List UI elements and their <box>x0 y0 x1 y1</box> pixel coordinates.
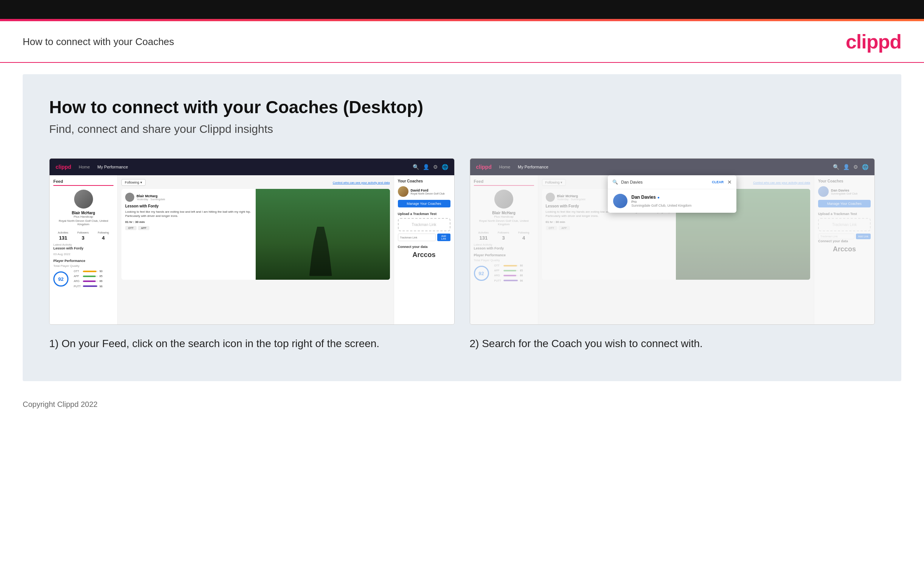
screenshot-2: clippd Home My Performance 🔍 👤 ⚙ 🌐 <box>470 158 875 325</box>
top-bar <box>0 0 924 19</box>
nav-logo: clippd <box>56 164 71 170</box>
coach-row: David Ford Royal North Devon Golf Club <box>398 186 450 197</box>
nav-logo-2: clippd <box>476 164 492 170</box>
trackman-section: Upload a Trackman Test Trackman Link Add… <box>398 212 450 241</box>
latest-activity-label: Latest Activity <box>53 243 113 247</box>
clear-button[interactable]: CLEAR <box>712 180 723 184</box>
search-bar: 🔍 Dan Davies CLEAR ✕ <box>608 175 736 189</box>
caption-1-text: 1) On your Feed, click on the search ico… <box>49 336 455 351</box>
result-role: Pro <box>631 200 691 204</box>
nav-icons: 🔍 👤 ⚙ 🌐 <box>413 164 448 170</box>
bar-ott: OTT 90 <box>74 269 102 273</box>
caption-2-text: 2) Search for the Coach you wish to conn… <box>470 336 875 351</box>
arccos-logo: Arccos <box>398 251 450 259</box>
trackman-input-row: Add Link <box>398 234 450 241</box>
result-club: Sunningdale Golf Club, United Kingdom <box>631 204 691 208</box>
page-title: How to connect with your Coaches <box>23 36 174 48</box>
nav-home-2: Home <box>499 165 510 169</box>
connect-data-title: Connect your data <box>398 245 450 249</box>
settings-icon-2: ⚙ <box>853 164 858 170</box>
nav-icons-2: 🔍 👤 ⚙ 🌐 <box>833 164 868 170</box>
app-nav-2: clippd Home My Performance 🔍 👤 ⚙ 🌐 <box>470 159 875 175</box>
profile-pic <box>74 190 93 209</box>
post-author-name: Blair McHarg <box>136 194 165 198</box>
control-link[interactable]: Control who can see your activity and da… <box>333 181 390 184</box>
bar-arg: ARG 86 <box>74 279 102 283</box>
post-body: Looking to feel like my hands are exitin… <box>125 210 252 218</box>
profile-stats: Activities 131 Followers 3 Following 4 <box>53 228 113 241</box>
coaches-title: Your Coaches <box>398 179 450 183</box>
post-duration: 01 hr : 30 min <box>125 220 252 224</box>
manage-coaches-btn[interactable]: Manage Your Coaches <box>398 200 450 208</box>
trackman-title: Upload a Trackman Test <box>398 212 450 216</box>
profile-name: Blair McHarg <box>53 211 113 215</box>
copyright-text: Copyright Clippd 2022 <box>23 400 97 408</box>
clippd-logo: clippd <box>846 30 901 53</box>
search-icon-2: 🔍 <box>833 164 839 170</box>
perf-sub: Total Player Quality <box>53 264 113 268</box>
post-author-row: Blair McHarg Yesterday · Sunningdale <box>125 193 252 202</box>
following-label: Following <box>125 180 139 184</box>
bar-app: APP 85 <box>74 274 102 278</box>
app-sidebar-2: Feed Blair McHarg Plus Handicap Royal No… <box>470 175 538 325</box>
result-avatar <box>613 194 628 208</box>
globe-icon[interactable]: 🌐 <box>442 164 448 170</box>
main-content: How to connect with your Coaches (Deskto… <box>23 74 901 381</box>
post-title: Lesson with Fordy <box>125 204 252 208</box>
caption-1-body: On your Feed, click on the search icon i… <box>61 338 379 349</box>
search-icon[interactable]: 🔍 <box>413 164 419 170</box>
caption-2-num: 2) <box>470 338 479 349</box>
post-card: Blair McHarg Yesterday · Sunningdale Les… <box>121 189 390 280</box>
app-body: Feed Blair McHarg Plus Handicap Royal No… <box>50 175 454 325</box>
feed-tab[interactable]: Feed <box>53 179 113 186</box>
performance-section: Player Performance Total Player Quality … <box>53 259 113 289</box>
app-screenshot-1: clippd Home My Performance 🔍 👤 ⚙ 🌐 <box>50 159 454 325</box>
post-date: Yesterday · Sunningdale <box>136 198 165 201</box>
settings-icon[interactable]: ⚙ <box>433 164 438 170</box>
nav-home[interactable]: Home <box>79 165 90 169</box>
profile-pic-inner <box>74 190 93 209</box>
activity-name: Lesson with Fordy <box>53 247 113 250</box>
close-button[interactable]: ✕ <box>727 179 732 185</box>
activity-date: 03 Aug 2022 <box>53 252 113 256</box>
panel-2: clippd Home My Performance 🔍 👤 ⚙ 🌐 <box>470 158 875 351</box>
screenshot-1: clippd Home My Performance 🔍 👤 ⚙ 🌐 <box>49 158 455 325</box>
post-image <box>256 189 390 280</box>
feed-tab-2: Feed <box>474 179 534 186</box>
app-coaches: Your Coaches David Ford Royal North Devo… <box>394 175 454 325</box>
search-overlay: 🔍 Dan Davies CLEAR ✕ Dan Davies ● <box>608 175 736 213</box>
stat-followers: Followers 3 <box>78 228 89 241</box>
verified-icon: ● <box>657 195 660 200</box>
ott-button[interactable]: OTT <box>125 226 136 230</box>
app-screenshot-2: clippd Home My Performance 🔍 👤 ⚙ 🌐 <box>470 159 875 325</box>
coach-name: David Ford <box>411 188 445 192</box>
trackman-input[interactable] <box>398 234 436 241</box>
profile-handicap: Plus Handicap <box>53 215 113 218</box>
panels-container: clippd Home My Performance 🔍 👤 ⚙ 🌐 <box>49 158 875 351</box>
following-button[interactable]: Following ▾ <box>121 179 146 186</box>
perf-title: Player Performance <box>53 259 113 263</box>
result-info: Dan Davies ● Pro Sunningdale Golf Club, … <box>631 195 691 208</box>
caption-2-body: Search for the Coach you wish to connect… <box>482 338 703 349</box>
app-sidebar: Feed Blair McHarg Plus Handicap Royal No… <box>50 175 118 325</box>
bar-putt: PUTT 96 <box>74 284 102 289</box>
user-icon-2: 👤 <box>843 164 850 170</box>
profile-club: Royal North Devon Golf Club, United King… <box>53 219 113 226</box>
user-icon[interactable]: 👤 <box>423 164 429 170</box>
panel-1: clippd Home My Performance 🔍 👤 ⚙ 🌐 <box>49 158 455 351</box>
search-input-value[interactable]: Dan Davies <box>621 180 712 184</box>
result-name: Dan Davies ● <box>631 195 691 200</box>
nav-my-performance[interactable]: My Performance <box>97 165 128 169</box>
header: How to connect with your Coaches clippd <box>0 21 924 63</box>
search-result[interactable]: Dan Davies ● Pro Sunningdale Golf Club, … <box>608 189 736 213</box>
chevron-down-icon: ▾ <box>140 180 142 184</box>
nav-my-performance-2: My Performance <box>518 165 549 169</box>
caption-1-num: 1) <box>49 338 58 349</box>
search-icon-overlay: 🔍 <box>612 179 618 185</box>
caption-2: 2) Search for the Coach you wish to conn… <box>470 325 875 351</box>
app-button[interactable]: APP <box>138 226 149 230</box>
caption-1: 1) On your Feed, click on the search ico… <box>49 325 455 351</box>
post-avatar <box>125 193 134 202</box>
add-link-button[interactable]: Add Link <box>437 234 450 241</box>
globe-icon-2: 🌐 <box>862 164 868 170</box>
